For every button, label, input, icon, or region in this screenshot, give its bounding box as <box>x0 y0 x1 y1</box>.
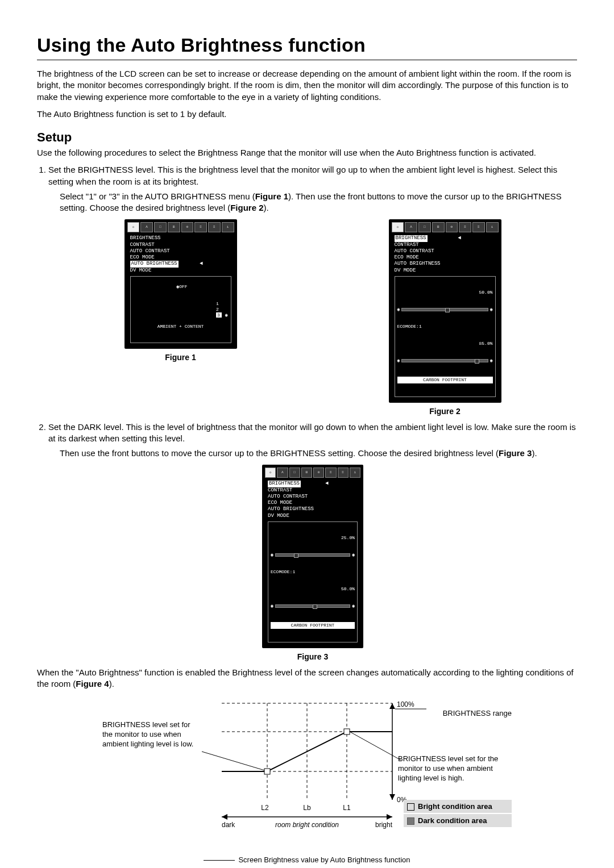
osd-tabbar: ☼ A □ ⊞ ⚙ ≡ ≡ i <box>391 222 499 233</box>
step-2-text-a: Set the DARK level. This is the level of… <box>48 422 576 443</box>
osd-tab-icon: i <box>222 222 234 232</box>
figure-3-caption: Figure 3 <box>262 652 363 662</box>
osd-tab-icon: ≡ <box>194 222 207 232</box>
step-2-text-b: Then use the front buttons to move the c… <box>60 448 577 459</box>
svg-rect-10 <box>344 729 350 735</box>
osd-item: CONTRAST <box>395 242 496 248</box>
osd-tab-icon: ☼ <box>265 468 276 478</box>
osd-panel-fig2: ☼ A □ ⊞ ⚙ ≡ ≡ i BRIGHTNESS ◄ CONTRAST <box>389 219 501 403</box>
figure-1: ☼ A □ ⊞ ⚙ ≡ ≡ i BRIGHTNESS CONTRAST <box>125 219 237 416</box>
osd-tab-icon: ⚙ <box>446 222 458 232</box>
svg-rect-9 <box>264 769 270 774</box>
osd-opt: 1 <box>216 301 219 306</box>
step-2: Set the DARK level. This is the level of… <box>48 422 577 662</box>
graph-area-legend: Bright condition area Dark condition are… <box>404 800 512 828</box>
osd-item: AUTO CONTRAST <box>130 248 231 254</box>
graph-series-legend: Screen Brightness value by Auto Brightne… <box>102 856 512 864</box>
legend-text: Screen Brightness value by Auto Brightne… <box>238 856 410 864</box>
osd-carbon: CARBON FOOTPRINT <box>271 622 355 629</box>
osd-item-highlight: BRIGHTNESS ◄ <box>395 235 496 241</box>
graph-note-right-mid: BRIGHTNESS level set for the monitor to … <box>398 754 512 783</box>
osd-tab-icon: ⊞ <box>432 222 445 232</box>
osd-pct: 85.0% <box>397 341 493 347</box>
legend-bright-area: Bright condition area <box>404 800 512 813</box>
osd-item: DV MODE <box>268 513 358 519</box>
afterfig3-fig: Figure 4 <box>76 679 109 688</box>
osd-tab-icon: ≡ <box>208 222 221 232</box>
legend-dark-label: Dark condition area <box>418 816 487 825</box>
setup-lead: Use the following procedures to select t… <box>37 147 577 158</box>
osd-tab-icon: A <box>405 222 417 232</box>
legend-bright-label: Bright condition area <box>418 802 492 811</box>
osd-item: CONTRAST <box>268 487 358 494</box>
osd-slider: ◉◉ <box>397 358 493 364</box>
afterfig3-end: ). <box>109 679 114 688</box>
osd-tabbar: ☼ A □ ⊞ ⚙ ≡ ≡ i <box>264 467 361 478</box>
osd-option-box: ◉OFF 1 2 3 ◉ AMBIENT + CONTENT <box>130 276 231 343</box>
osd-pct: 25.0% <box>271 535 355 541</box>
osd-slider: ◉◉ <box>271 552 355 558</box>
osd-tab-icon: ≡ <box>338 468 349 478</box>
osd-opt-selected: 3 <box>216 312 222 318</box>
y-top-label: 100% <box>397 700 414 708</box>
step1b-pre: Select "1" or "3" in the AUTO BRIGHTNESS… <box>60 191 255 201</box>
document-page: Using the Auto Brightness function The b… <box>0 0 614 868</box>
step-1-text-a: Set the BRIGHTNESS level. This is the br… <box>48 165 557 186</box>
osd-eco: ECOMODE:1 <box>271 569 355 575</box>
step-1-text-b: Select "1" or "3" in the AUTO BRIGHTNESS… <box>60 191 577 214</box>
osd-tab-icon: ≡ <box>472 222 485 232</box>
osd-opt-nums: 1 2 3 ◉ <box>157 295 229 324</box>
figure-row-1-2: ☼ A □ ⊞ ⚙ ≡ ≡ i BRIGHTNESS CONTRAST <box>48 219 577 416</box>
osd-eco: ECOMODE:1 <box>397 324 493 329</box>
osd-tab-icon: ⚙ <box>181 222 194 232</box>
osd-item-highlight: AUTO BRIGHTNESS ◄ <box>130 261 231 267</box>
osd-tab-icon: ≡ <box>459 222 471 232</box>
square-icon <box>407 803 414 811</box>
osd-menu: BRIGHTNESS ◄ CONTRAST AUTO CONTRAST ECO … <box>264 478 361 646</box>
legend-dark-area: Dark condition area <box>404 814 512 827</box>
osd-opt-off: ◉OFF <box>176 284 187 289</box>
x-bright: bright <box>375 821 393 829</box>
after-fig3-paragraph: When the "Auto Brightness" function is e… <box>37 667 577 690</box>
osd-panel-fig3: ☼ A □ ⊞ ⚙ ≡ ≡ i BRIGHTNESS ◄ CONTRAST <box>262 465 363 648</box>
osd-item: AUTO CONTRAST <box>268 494 358 500</box>
osd-item: ECO MODE <box>268 500 358 506</box>
osd-item: DV MODE <box>130 268 231 274</box>
osd-tab-icon: □ <box>418 222 431 232</box>
osd-item: DV MODE <box>395 268 496 274</box>
step-1: Set the BRIGHTNESS level. This is the br… <box>48 164 577 416</box>
figure-2: ☼ A □ ⊞ ⚙ ≡ ≡ i BRIGHTNESS ◄ CONTRAST <box>389 219 501 416</box>
osd-value-box: 25.0% ◉◉ ECOMODE:1 50.0% ◉◉ CARBON FOOTP… <box>268 521 358 642</box>
svg-marker-3 <box>389 794 395 800</box>
osd-tab-icon: i <box>350 468 360 478</box>
step1b-fig1: Figure 1 <box>255 191 288 201</box>
osd-menu: BRIGHTNESS ◄ CONTRAST AUTO CONTRAST ECO … <box>391 233 499 400</box>
osd-tab-icon: ☼ <box>127 222 140 232</box>
x-dark: dark <box>222 821 235 829</box>
graph-note-right-top: BRIGHTNESS range <box>443 709 512 717</box>
osd-slider: ◉◉ <box>397 307 493 312</box>
osd-tab-icon: i <box>486 222 499 232</box>
figure-4: BRIGHTNESS level set for the monitor to … <box>102 698 512 868</box>
step2b-pre: Then use the front buttons to move the c… <box>60 448 499 458</box>
osd-item: ECO MODE <box>395 254 496 261</box>
osd-pct: 50.0% <box>397 290 493 295</box>
osd-hl: BRIGHTNESS <box>268 481 301 487</box>
osd-tab-icon: ⊞ <box>301 468 312 478</box>
svg-marker-15 <box>222 814 227 820</box>
step2b-fig: Figure 3 <box>499 448 532 458</box>
graph-note-left: BRIGHTNESS level set for the monitor to … <box>102 720 199 749</box>
osd-tab-icon: ≡ <box>325 468 336 478</box>
square-fill-icon <box>407 817 414 825</box>
osd-tab-icon: ⊞ <box>168 222 180 232</box>
osd-footer-line: AMBIENT + CONTENT <box>133 324 229 329</box>
osd-value-box: 50.0% ◉◉ ECOMODE:1 85.0% ◉◉ CARBON FOOTP… <box>395 276 496 397</box>
title-rule <box>37 60 577 60</box>
osd-tab-icon: ⚙ <box>313 468 324 478</box>
setup-steps: Set the BRIGHTNESS level. This is the br… <box>37 164 577 662</box>
osd-hl: AUTO BRIGHTNESS <box>130 261 179 267</box>
osd-item: AUTO BRIGHTNESS <box>268 506 358 512</box>
page-title: Using the Auto Brightness function <box>37 34 577 56</box>
osd-item: BRIGHTNESS <box>130 235 231 241</box>
osd-carbon: CARBON FOOTPRINT <box>397 377 493 383</box>
